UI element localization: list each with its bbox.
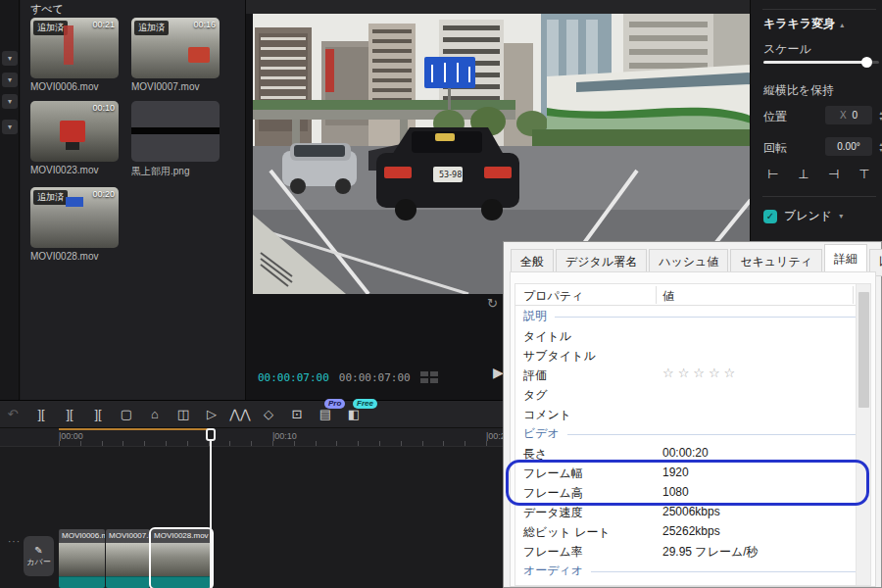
group-rule xyxy=(555,317,860,318)
playhead-handle[interactable] xyxy=(206,428,216,441)
scrollbar-thumb[interactable] xyxy=(858,292,869,408)
collapse-chevron-button[interactable]: ▾ xyxy=(2,94,18,109)
ruler-tick xyxy=(486,441,487,446)
align-center-vertical-button[interactable]: ⊥ xyxy=(792,165,815,184)
timeline-clip[interactable]: MOVI0006.mov xyxy=(59,529,105,588)
free-badge: Free xyxy=(353,399,377,409)
pan-zoom-button[interactable]: ◫ xyxy=(172,404,194,425)
added-badge: 追加済 xyxy=(33,21,68,35)
media-grid: 追加済00:21MOVI0006.mov追加済00:16MOVI0007.mov… xyxy=(30,18,220,262)
media-item[interactable]: 黒上部用.png xyxy=(131,101,220,178)
video-thumbnail[interactable]: 追加済00:21 xyxy=(30,18,119,78)
value-column-header[interactable]: 値 xyxy=(662,288,674,305)
property-value: 25006kbps xyxy=(662,505,720,518)
scale-slider[interactable] xyxy=(763,61,879,64)
media-filter-label[interactable]: すべて xyxy=(30,2,64,17)
blend-section-header[interactable]: ✓ ブレンド ▾ xyxy=(763,208,843,224)
group-name: 説明 xyxy=(523,308,547,324)
divider xyxy=(762,9,876,10)
position-x-input[interactable]: X 0 xyxy=(825,106,872,124)
ruler-tick xyxy=(59,441,60,446)
split-button[interactable]: ][ xyxy=(30,404,52,425)
media-file-name: MOVI0006.mov xyxy=(30,81,119,92)
property-row[interactable]: タグ xyxy=(515,384,870,404)
column-separator[interactable] xyxy=(853,286,854,304)
property-label: タイトル xyxy=(523,328,571,345)
media-file-name: MOVI0023.mov xyxy=(30,165,119,175)
frame-grid-icon[interactable] xyxy=(420,371,438,383)
rotate-button[interactable]: ◇ xyxy=(258,404,279,425)
property-row[interactable]: サブタイトル xyxy=(515,345,870,365)
keep-aspect-label: 縦横比を保持 xyxy=(763,82,834,99)
media-file-name: MOVI0007.mov xyxy=(131,81,220,92)
marker-button[interactable]: ▤Pro xyxy=(315,404,336,425)
property-row[interactable]: コメント xyxy=(515,404,870,423)
blend-label: ブレンド xyxy=(784,208,832,224)
ruler-tick xyxy=(358,441,359,446)
timeline-clip[interactable]: MOVI0028.mov xyxy=(151,529,212,588)
video-thumbnail[interactable]: 00:10 xyxy=(30,101,119,162)
clip-thumbnail xyxy=(106,543,150,576)
property-value: 00:00:20 xyxy=(662,446,709,460)
clip-duration: 00:21 xyxy=(92,20,115,29)
property-label: サブタイトル xyxy=(523,348,596,365)
media-item[interactable]: 追加済00:16MOVI0007.mov xyxy=(131,18,220,92)
ruler-tick xyxy=(401,441,402,446)
trim-end-button[interactable]: ][ xyxy=(87,404,109,425)
blend-checkbox[interactable]: ✓ xyxy=(763,210,777,223)
axis-x-label: X xyxy=(840,110,847,121)
collapse-chevron-button[interactable]: ▾ xyxy=(2,51,18,66)
property-row[interactable]: フレーム率29.95 フレーム/秒 xyxy=(515,541,870,561)
timeline-clip[interactable]: MOVI0007.mov xyxy=(106,529,150,588)
property-column-header[interactable]: プロパティ xyxy=(523,288,583,305)
rotation-input[interactable]: 0.00° xyxy=(825,137,872,156)
collapse-caret-icon: ▴ xyxy=(840,21,844,29)
trim-start-button[interactable]: ][ xyxy=(59,404,80,425)
audio-split-button[interactable]: ◧Free xyxy=(343,404,365,425)
media-item[interactable]: 00:10MOVI0023.mov xyxy=(30,101,119,178)
image-thumbnail[interactable] xyxy=(131,101,220,162)
playhead[interactable] xyxy=(210,428,212,588)
alignment-buttons: ⊢⊥⊣⊤ xyxy=(761,165,876,184)
collapse-chevron-button[interactable]: ▾ xyxy=(2,120,18,134)
refresh-icon[interactable]: ↻ xyxy=(487,296,498,311)
clip-duration: 00:10 xyxy=(92,103,115,113)
speed-button[interactable]: ▷ xyxy=(201,404,222,425)
rotation-value: 0.00° xyxy=(837,141,859,152)
clip-thumbnail xyxy=(151,543,212,576)
property-row[interactable]: 評価☆☆☆☆☆ xyxy=(515,365,870,384)
media-item[interactable]: 追加済00:21MOVI0006.mov xyxy=(30,18,119,92)
collapse-chevron-button[interactable]: ▾ xyxy=(2,73,18,87)
align-right-button[interactable]: ⊣ xyxy=(822,165,846,184)
mirror-button[interactable]: ⋀⋀ xyxy=(229,404,251,425)
group-name: ビデオ xyxy=(523,425,560,442)
align-top-button[interactable]: ⊤ xyxy=(853,165,876,184)
rating-stars[interactable]: ☆☆☆☆☆ xyxy=(662,366,739,380)
rotation-stepper[interactable]: ▴▾ xyxy=(876,137,882,156)
video-thumbnail[interactable]: 追加済00:20 xyxy=(30,187,119,248)
mask-button[interactable]: ⌂ xyxy=(144,404,166,425)
crop-button[interactable]: ⊡ xyxy=(286,404,308,425)
property-row[interactable]: 総ビット レート25262kbps xyxy=(515,521,870,541)
properties-table: プロパティ 値 説明タイトルサブタイトル評価☆☆☆☆☆タグコメントビデオ長さ00… xyxy=(514,283,871,586)
position-stepper[interactable]: ▴▾ xyxy=(876,106,882,124)
effect-section-header[interactable]: キラキラ変身▴ xyxy=(763,16,844,32)
tab-詳細[interactable]: 詳細 xyxy=(824,244,867,274)
clip-duration: 00:20 xyxy=(92,189,115,199)
property-row[interactable]: タイトル xyxy=(515,325,870,345)
align-left-button[interactable]: ⊢ xyxy=(761,165,785,184)
delete-button[interactable]: ▢ xyxy=(116,404,137,425)
position-row: 位置 X 0 ▴▾ xyxy=(763,106,879,125)
undo-button: ↶ xyxy=(2,404,24,425)
media-item[interactable]: 追加済00:20MOVI0028.mov xyxy=(30,187,119,262)
group-name: オーディオ xyxy=(523,563,583,579)
column-separator[interactable] xyxy=(656,286,657,304)
video-thumbnail[interactable]: 追加済00:16 xyxy=(131,18,220,78)
media-file-name: MOVI0028.mov xyxy=(30,251,119,262)
highlight-annotation xyxy=(506,460,869,506)
total-timecode: 00:00:07:00 xyxy=(339,371,411,384)
dialog-scrollbar[interactable] xyxy=(856,284,870,585)
ruler-tick xyxy=(465,441,466,446)
slider-handle[interactable] xyxy=(861,57,872,68)
svg-text:53-98: 53-98 xyxy=(439,171,462,179)
